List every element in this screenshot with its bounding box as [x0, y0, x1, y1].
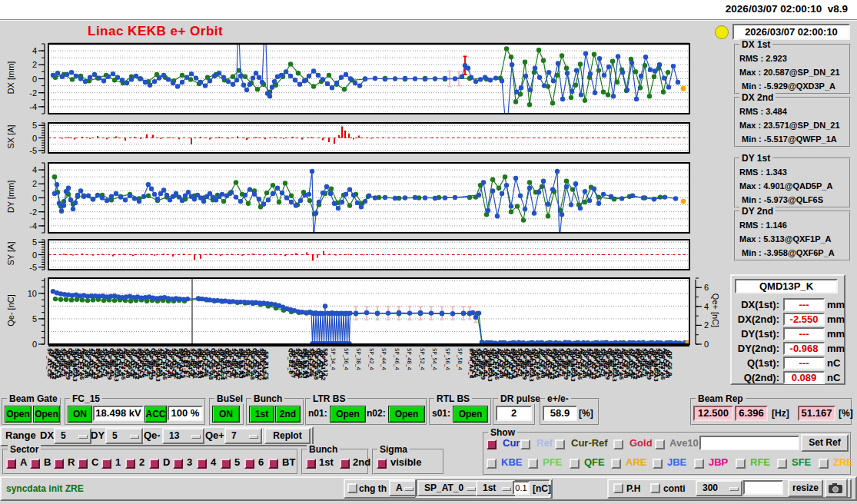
show-checkbox-jbp[interactable] [694, 459, 704, 469]
show-checkbox-rfe[interactable] [736, 459, 746, 469]
sigma-title: Sigma [377, 444, 410, 455]
svg-text:4: 4 [32, 46, 37, 55]
free-input[interactable] [743, 480, 783, 495]
sector-checkbox-R[interactable] [54, 459, 64, 469]
sector-checkbox-B[interactable] [30, 459, 40, 469]
monitor-row-value: 0.089 [783, 371, 825, 384]
orbit-plots: 420-2-450-5420-2-450-510506420 [0, 0, 726, 396]
camera-lens-icon [832, 486, 839, 492]
x-axis-label: SP_42_4 [368, 348, 374, 370]
sector-a-dropdown[interactable]: A [389, 480, 417, 496]
dy-axis-label: DY [mm] [6, 166, 15, 227]
sector-checkbox-3[interactable] [173, 459, 183, 469]
rtl-s01-button[interactable]: Open [453, 406, 488, 423]
beam-gate-title: Beam Gate [7, 393, 60, 404]
show-checkbox-are[interactable] [611, 459, 621, 469]
points-dropdown[interactable]: 300 [696, 480, 742, 496]
stat-title: DY 2nd [739, 206, 776, 217]
status-indicator [715, 25, 729, 39]
show-checkbox-qfe[interactable] [570, 459, 580, 469]
show-checkbox-zre[interactable] [819, 459, 829, 469]
beam-rep-hz-label: [Hz] [772, 408, 789, 419]
show-checkbox-kbe[interactable] [487, 459, 497, 469]
replot-button[interactable]: Replot [264, 428, 311, 444]
ltr-n02-button[interactable]: Open [388, 406, 425, 423]
bunch-1st-dropdown[interactable]: 1st [476, 480, 515, 496]
sigma-visible-checkbox[interactable] [377, 459, 387, 469]
show-checkbox-cur[interactable] [487, 439, 497, 449]
monitor-row-label: DY(2nd): [732, 343, 779, 354]
svg-text:5: 5 [32, 121, 37, 130]
show-checkbox-pfe[interactable] [528, 459, 538, 469]
monitor-row-label: DX(2nd): [732, 313, 779, 325]
svg-text:6: 6 [704, 283, 709, 292]
stat-line: RMS : 1.146 [739, 220, 787, 230]
sector-label-C: C [91, 456, 98, 468]
sector-checkbox-6[interactable] [244, 459, 254, 469]
range-dx-dropdown[interactable]: 5 [54, 428, 91, 444]
snapshot-button[interactable] [825, 479, 848, 498]
show-title: Show [488, 427, 517, 438]
dx-axis-label: DX [mm] [6, 47, 15, 108]
sx-axis-label: SX [A] [6, 106, 15, 167]
monitor-row-unit: nC [827, 357, 840, 369]
chg-th-label: chg th [359, 483, 387, 494]
sector-checkbox-D[interactable] [149, 459, 159, 469]
conti-label: conti [663, 483, 686, 494]
range-dy-dropdown[interactable]: 5 [105, 428, 143, 444]
sector-checkbox-A[interactable] [6, 459, 16, 469]
busel-title: BuSel [214, 393, 245, 404]
show-checkbox-ref[interactable] [520, 439, 530, 449]
sector-checkbox-5[interactable] [221, 459, 231, 469]
fc15-on-button[interactable]: ON [68, 406, 92, 423]
bunch-2nd-button[interactable]: 2nd [275, 406, 301, 423]
resize-button[interactable]: resize [788, 479, 823, 497]
sector-checkbox-4[interactable] [197, 459, 207, 469]
beam-gate-button-1[interactable]: Open [5, 406, 32, 423]
svg-text:0: 0 [32, 194, 37, 203]
show-checkbox-cur-ref[interactable] [555, 439, 565, 449]
stat-line: RMS : 2.923 [739, 54, 787, 63]
show-checkbox-sfe[interactable] [777, 459, 787, 469]
monitor-name: QMD13P_K [735, 279, 838, 293]
sector-checkbox-BT[interactable] [268, 459, 278, 469]
bunch-checkbox-2nd[interactable] [340, 459, 350, 469]
bunch-select-title: Bunch [307, 444, 340, 455]
busel-on-button[interactable]: ON [212, 406, 240, 423]
sector-label-6: 6 [258, 456, 264, 468]
x-axis-label: SP_56_4 [444, 348, 450, 370]
x-axis-label: SP_36_4 [343, 348, 348, 370]
threshold-input[interactable]: 0.1 [513, 481, 530, 495]
sector-label-R: R [68, 456, 75, 468]
ltr-n01-button[interactable]: Open [330, 406, 366, 423]
chg-th-checkbox[interactable] [347, 483, 357, 493]
eratio-value: 58.9 [543, 406, 577, 421]
rtl-s01-label: s01: [432, 408, 450, 419]
stat-group-dy-2nd: DY 2ndRMS : 1.146Max : 5.313@QXF1P_AMin … [734, 211, 851, 261]
stat-line: Max : 20.587@SP_DN_21 [739, 68, 840, 77]
bunch-checkbox-1st[interactable] [306, 459, 316, 469]
show-checkbox-jbe[interactable] [653, 459, 663, 469]
show-checkbox-gold[interactable] [613, 439, 623, 449]
x-axis-label: SP_B1_C5 [263, 351, 268, 380]
sector-checkbox-2[interactable] [125, 459, 135, 469]
svg-text:0: 0 [32, 75, 37, 84]
sy-axis-label: SY [A] [6, 223, 15, 284]
sp-at-dropdown[interactable]: SP_AT_0 [417, 480, 480, 496]
ph-checkbox[interactable] [613, 483, 623, 493]
show-checkbox-ave10[interactable] [655, 439, 665, 449]
conti-checkbox[interactable] [650, 483, 660, 493]
stat-line: Min : -3.958@QXF6P_A [742, 248, 835, 257]
bunch-1st-button[interactable]: 1st [249, 406, 274, 423]
sector-label-2: 2 [139, 456, 144, 468]
ref-file-input[interactable] [699, 436, 799, 450]
set-ref-button[interactable]: Set Ref [801, 434, 849, 452]
range-qe--dropdown[interactable]: 13 [162, 428, 204, 444]
x-axis-label: SP_58_4 [457, 348, 462, 370]
sector-checkbox-C[interactable] [78, 459, 88, 469]
stat-title: DX 1st [739, 39, 772, 50]
range-qe+-dropdown[interactable]: 7 [224, 428, 262, 444]
fc15-acc-button[interactable]: ACC [144, 406, 167, 423]
sector-checkbox-1[interactable] [101, 459, 111, 469]
beam-gate-button-2[interactable]: Open [33, 406, 60, 423]
